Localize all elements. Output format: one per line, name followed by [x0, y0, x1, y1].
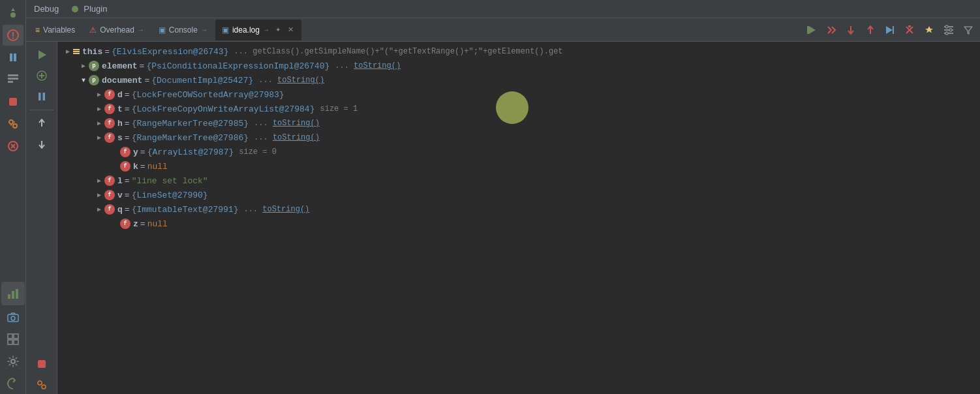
q-tostring-link[interactable]: toString(): [262, 205, 309, 214]
var-row-document[interactable]: ▼ p document = {DocumentImpl@25427} ... …: [57, 73, 980, 87]
expand-t[interactable]: ▶: [94, 104, 104, 114]
toolbar-settings-btn[interactable]: [940, 21, 958, 39]
var-name-k: k: [133, 162, 138, 172]
toolbar-step-into-btn[interactable]: [842, 21, 860, 39]
var-row-t[interactable]: ▶ f t = {LockFreeCopyOnWriteArrayList@27…: [57, 102, 980, 116]
tab-idea-log[interactable]: ▣ idea.log → ✦ ✕: [215, 20, 301, 40]
expand-q[interactable]: ▶: [94, 204, 104, 215]
overhead-tab-icon: ⚠: [89, 25, 97, 35]
var-name-z: z: [133, 219, 138, 229]
sidebar-btn-cancel[interactable]: [3, 136, 23, 157]
type-badge-y: f: [120, 147, 130, 157]
sidebar-btn-grid[interactable]: [3, 329, 23, 350]
tab-bar: ≡ Variables ⚠ Overhead → ▣ Console → ▣ i…: [26, 18, 980, 42]
var-eq-k: =: [140, 162, 145, 172]
idea-log-tab-label: idea.log: [232, 25, 260, 35]
sidebar-btn-thread[interactable]: [3, 114, 23, 134]
tab-variables[interactable]: ≡ Variables: [29, 20, 82, 40]
var-name-d: d: [117, 90, 123, 100]
sidebar-btn-stop[interactable]: [3, 91, 23, 112]
menu-plugin[interactable]: Plugin: [81, 3, 110, 15]
debug-up[interactable]: [30, 114, 54, 132]
sidebar-btn-debug[interactable]: [3, 25, 23, 46]
idea-log-tab-star: ✦: [275, 26, 281, 33]
toolbar-frames-btn[interactable]: [920, 21, 938, 39]
h-tostring-link[interactable]: toString(): [273, 119, 320, 128]
var-name-h: h: [117, 119, 123, 129]
var-row-v[interactable]: ▶ f v = {LineSet@27990}: [57, 188, 980, 202]
var-row-s[interactable]: ▶ f s = {RangeMarkerTree@27986} ... toSt…: [57, 130, 980, 145]
left-sidebar: [0, 0, 26, 394]
toolbar-stop-btn[interactable]: [900, 21, 919, 39]
menu-debug[interactable]: Debug: [31, 3, 61, 15]
var-meta-y: size = 0: [239, 147, 277, 157]
svg-rect-23: [893, 26, 894, 34]
expand-v[interactable]: ▶: [94, 190, 104, 200]
sidebar-btn-plugin[interactable]: [3, 373, 23, 394]
type-badge-d: f: [104, 89, 115, 100]
var-row-d[interactable]: ▶ f d = {LockFreeCOWSortedArray@27983}: [57, 87, 980, 102]
tab-overhead[interactable]: ⚠ Overhead →: [83, 20, 151, 40]
var-row-h[interactable]: ▶ f h = {RangeMarkerTree@27985} ... toSt…: [57, 116, 980, 130]
var-row-z[interactable]: f z = null: [57, 217, 980, 231]
var-row-this[interactable]: ▶ this = {ElvisExpression@26743} ... get…: [57, 44, 980, 59]
element-tostring-link[interactable]: toString(): [354, 61, 401, 70]
var-name-y: y: [133, 147, 138, 157]
svg-marker-21: [809, 26, 816, 34]
svg-rect-3: [14, 53, 16, 61]
overhead-tab-arrow: →: [138, 26, 144, 33]
expand-d[interactable]: ▶: [94, 89, 104, 100]
console-tab-label: Console: [169, 25, 198, 35]
toolbar-run-to-cursor-btn[interactable]: [881, 21, 899, 39]
var-meta-q: ... toString(): [243, 205, 309, 214]
expand-this[interactable]: ▶: [63, 46, 73, 57]
var-row-q[interactable]: ▶ f q = {ImmutableText@27991} ... toStri…: [57, 202, 980, 217]
svg-rect-35: [38, 360, 46, 368]
var-row-l[interactable]: ▶ f l = "line set lock": [57, 174, 980, 188]
svg-point-0: [10, 12, 16, 18]
content-row: ▶ this = {ElvisExpression@26743} ... get…: [26, 42, 980, 394]
document-tostring-link[interactable]: toString(): [277, 76, 324, 85]
svg-point-28: [945, 25, 948, 28]
toolbar-step-over-btn[interactable]: [822, 21, 840, 39]
debug-down[interactable]: [30, 135, 54, 153]
s-tostring-link[interactable]: toString(): [273, 133, 320, 142]
var-value-y: {ArrayList@27987}: [147, 147, 234, 157]
toolbar-filter-btn[interactable]: [959, 21, 977, 39]
debug-pause[interactable]: [30, 87, 54, 106]
expand-document[interactable]: ▼: [78, 75, 89, 85]
toolbar-step-out-btn[interactable]: [861, 21, 880, 39]
expand-element[interactable]: ▶: [78, 61, 89, 71]
sidebar-btn-camera[interactable]: [3, 307, 23, 327]
var-value-h: {RangeMarkerTree@27985}: [132, 119, 249, 129]
tab-console[interactable]: ▣ Console →: [152, 20, 214, 40]
var-name-element: element: [102, 61, 138, 71]
sidebar-btn-pause[interactable]: [3, 47, 23, 68]
toolbar-resume-btn[interactable]: [803, 21, 821, 39]
var-eq-this: =: [104, 47, 110, 57]
var-row-k[interactable]: f k = null: [57, 159, 980, 174]
sidebar-btn-3[interactable]: [3, 69, 23, 90]
expand-s[interactable]: ▶: [94, 132, 104, 143]
var-row-element[interactable]: ▶ p element = {PsiConditionalExpressionI…: [57, 59, 980, 73]
expand-l[interactable]: ▶: [94, 175, 104, 186]
var-eq-t: =: [125, 104, 130, 114]
svg-rect-34: [42, 93, 45, 100]
sidebar-btn-1[interactable]: [3, 3, 23, 23]
debug-resume[interactable]: [30, 46, 54, 64]
variables-tab-icon: ≡: [35, 25, 40, 35]
debug-add-watch[interactable]: [30, 67, 54, 85]
overhead-tab-label: Overhead: [100, 25, 134, 35]
idea-log-close-button[interactable]: ✕: [286, 25, 295, 35]
var-name-this: this: [82, 47, 102, 57]
debug-stop[interactable]: [30, 355, 54, 373]
sidebar-btn-chart[interactable]: [1, 282, 25, 305]
expand-h[interactable]: ▶: [94, 118, 104, 129]
svg-rect-11: [8, 294, 10, 299]
svg-rect-7: [9, 98, 17, 106]
variables-panel[interactable]: ▶ this = {ElvisExpression@26743} ... get…: [57, 42, 980, 394]
var-row-y[interactable]: f y = {ArrayList@27987} size = 0: [57, 145, 980, 159]
debug-thread[interactable]: [30, 376, 54, 394]
main-area: Debug Plugin ≡ Variables ⚠ Overhead → ▣ …: [26, 0, 980, 394]
sidebar-btn-gear[interactable]: [3, 351, 23, 372]
